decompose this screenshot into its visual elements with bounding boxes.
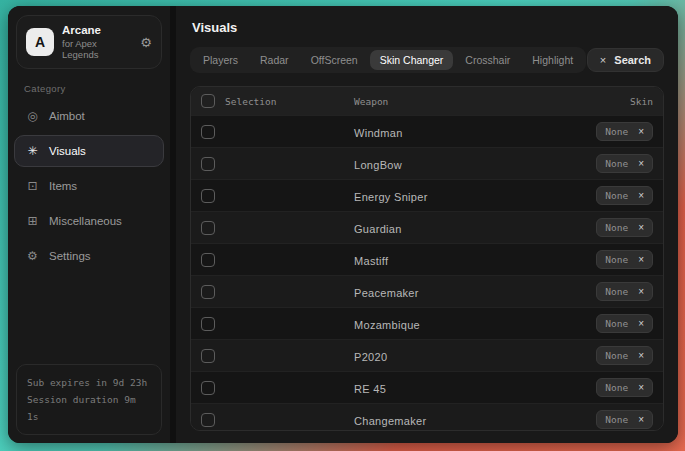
tab[interactable]: OffScreen <box>301 50 368 70</box>
grid-icon: ⊞ <box>25 214 40 228</box>
select-all-checkbox[interactable] <box>201 94 215 108</box>
skin-cell: None × <box>596 250 653 269</box>
skin-select-pill[interactable]: None × <box>596 154 653 173</box>
row-checkbox[interactable] <box>201 253 215 267</box>
sidebar-item[interactable]: ⚙ Settings <box>14 240 164 272</box>
row-selection-cell <box>201 413 354 427</box>
tab[interactable]: Crosshair <box>455 50 520 70</box>
clear-skin-icon[interactable]: × <box>638 319 644 329</box>
skin-value: None <box>605 318 628 329</box>
tab-label: OffScreen <box>311 54 358 66</box>
table-body: Windman None × LongB <box>191 115 663 431</box>
search-button[interactable]: × Search <box>587 48 664 72</box>
tab-label: Skin Changer <box>380 54 444 66</box>
weapon-cell: Mastiff <box>354 251 596 269</box>
row-selection-cell <box>201 221 354 235</box>
skin-select-pill[interactable]: None × <box>596 250 653 269</box>
row-selection-cell <box>201 125 354 139</box>
skin-select-pill[interactable]: None × <box>596 218 653 237</box>
skin-cell: None × <box>596 378 653 397</box>
tab[interactable]: Players <box>193 50 248 70</box>
weapon-cell: RE 45 <box>354 379 596 397</box>
tab[interactable]: Highlight <box>522 50 583 70</box>
weapon-cell: LongBow <box>354 155 596 173</box>
weapon-name: Mozambique <box>354 319 420 331</box>
table-row: Guardian None × <box>191 211 663 243</box>
skin-select-pill[interactable]: None × <box>596 378 653 397</box>
skin-select-pill[interactable]: None × <box>596 186 653 205</box>
table-row: Energy Sniper None × <box>191 179 663 211</box>
tab[interactable]: Radar <box>250 50 299 70</box>
sidebar-item[interactable]: ⊡ Items <box>14 170 164 202</box>
tab[interactable]: Skin Changer <box>370 50 454 70</box>
row-checkbox[interactable] <box>201 381 215 395</box>
sidebar: A Arcane for Apex Legends ⚙ Category ◎ A… <box>8 6 176 443</box>
scan-eye-icon: ✳ <box>25 144 40 158</box>
row-checkbox[interactable] <box>201 285 215 299</box>
sidebar-item[interactable]: ◎ Aimbot <box>14 100 164 132</box>
clear-skin-icon[interactable]: × <box>638 159 644 169</box>
sidebar-item[interactable]: ✳ Visuals <box>14 135 164 167</box>
sidebar-item-label: Miscellaneous <box>49 215 122 227</box>
clear-skin-icon[interactable]: × <box>638 127 644 137</box>
skin-cell: None × <box>596 218 653 237</box>
clear-skin-icon[interactable]: × <box>638 287 644 297</box>
row-checkbox[interactable] <box>201 317 215 331</box>
clear-skin-icon[interactable]: × <box>638 383 644 393</box>
gear-icon[interactable]: ⚙ <box>140 36 152 49</box>
row-selection-cell <box>201 285 354 299</box>
skin-select-pill[interactable]: None × <box>596 410 653 429</box>
sidebar-spacer <box>8 275 170 356</box>
clear-skin-icon[interactable]: × <box>638 223 644 233</box>
skin-header-cell: Skin <box>630 96 653 107</box>
row-checkbox[interactable] <box>201 125 215 139</box>
clear-skin-icon[interactable]: × <box>638 351 644 361</box>
skin-select-pill[interactable]: None × <box>596 122 653 141</box>
skin-cell: None × <box>596 346 653 365</box>
row-selection-cell <box>201 157 354 171</box>
clear-skin-icon[interactable]: × <box>638 415 644 425</box>
weapon-name: Guardian <box>354 223 402 235</box>
row-checkbox[interactable] <box>201 413 215 427</box>
sidebar-item-label: Settings <box>49 250 91 262</box>
weapon-cell: Peacemaker <box>354 283 596 301</box>
skin-changer-table: Selection Weapon Skin Windman <box>190 86 664 431</box>
app-logo: A <box>26 28 54 56</box>
table-row: Windman None × <box>191 115 663 147</box>
skin-select-pill[interactable]: None × <box>596 346 653 365</box>
sidebar-item-label: Visuals <box>49 145 86 157</box>
table-row: Mozambique None × <box>191 307 663 339</box>
weapon-cell: Mozambique <box>354 315 596 333</box>
skin-cell: None × <box>596 314 653 333</box>
row-selection-cell <box>201 349 354 363</box>
clear-skin-icon[interactable]: × <box>638 255 644 265</box>
row-checkbox[interactable] <box>201 349 215 363</box>
search-button-label: Search <box>614 54 651 66</box>
page-title: Visuals <box>176 6 678 35</box>
skin-value: None <box>605 286 628 297</box>
weapon-name: RE 45 <box>354 383 386 395</box>
skin-select-pill[interactable]: None × <box>596 314 653 333</box>
search-button-icon: × <box>600 54 606 66</box>
crosshair-icon: ◎ <box>25 109 40 123</box>
weapon-name: Energy Sniper <box>354 191 428 203</box>
package-icon: ⊡ <box>25 179 40 193</box>
row-checkbox[interactable] <box>201 157 215 171</box>
weapon-name: Changemaker <box>354 415 426 427</box>
weapon-cell: Guardian <box>354 219 596 237</box>
row-checkbox[interactable] <box>201 189 215 203</box>
sidebar-item[interactable]: ⊞ Miscellaneous <box>14 205 164 237</box>
sidebar-item-label: Aimbot <box>49 110 85 122</box>
category-label: Category <box>24 83 170 94</box>
skin-value: None <box>605 254 628 265</box>
skin-select-pill[interactable]: None × <box>596 282 653 301</box>
toolbar: Players Radar OffScreen Skin Changer Cro… <box>176 35 678 73</box>
row-checkbox[interactable] <box>201 221 215 235</box>
main-panel: Visuals Players Radar OffScreen Skin Cha… <box>176 6 678 443</box>
skin-cell: None × <box>596 282 653 301</box>
clear-skin-icon[interactable]: × <box>638 191 644 201</box>
row-selection-cell <box>201 317 354 331</box>
profile-text: Arcane for Apex Legends <box>62 24 132 60</box>
table-row: P2020 None × <box>191 339 663 371</box>
gear-icon: ⚙ <box>25 249 40 263</box>
